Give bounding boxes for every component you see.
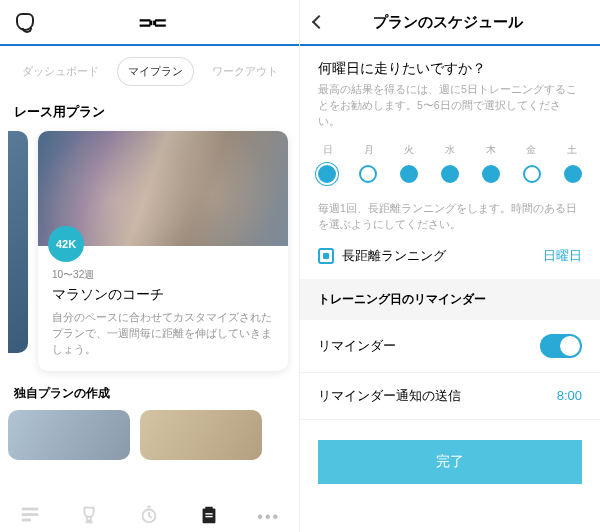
long-run-day[interactable]: 日曜日 [543,247,582,265]
svg-rect-0 [22,508,39,511]
day-toggle-fri[interactable] [523,165,541,183]
long-run-hint: 毎週1回、長距離ランニングをします。時間のある日を選ぶようにしてください。 [300,201,600,243]
notify-time[interactable]: 8:00 [557,388,582,403]
reminder-label: リマインダー [318,337,396,355]
nav-timer-icon[interactable] [138,504,160,526]
section-race-plans: レース用プラン [0,97,299,131]
day-toggle-thu[interactable] [482,165,500,183]
section-custom-plans: 独自プランの作成 [0,371,299,410]
notify-label: リマインダー通知の送信 [318,387,461,405]
day-toggle-tue[interactable] [400,165,418,183]
day-label: 火 [399,143,419,157]
day-label: 土 [562,143,582,157]
day-label: 木 [481,143,501,157]
reminder-section: トレーニング日のリマインダー [300,279,600,320]
question: 何曜日に走りたいですか？ [300,46,600,82]
day-toggle-sat[interactable] [564,165,582,183]
tab-dashboard[interactable]: ダッシュボード [12,58,109,85]
long-run-label: 長距離ランニング [342,247,535,265]
svg-rect-6 [205,513,212,514]
tab-myplan[interactable]: マイプラン [118,58,193,85]
nav-more-icon[interactable]: ••• [257,508,280,526]
nav-feed-icon[interactable] [19,504,41,526]
tab-workout[interactable]: ワークアウト [202,58,288,85]
custom-card-2[interactable] [140,410,262,460]
card-desc: 自分のペースに合わせてカスタマイズされたプランで、一週間毎に距離を伸ばしていきま… [52,310,274,357]
nav-plan-icon[interactable] [198,504,220,526]
svg-rect-5 [205,507,212,510]
day-toggle-mon[interactable] [359,165,377,183]
day-label: 金 [521,143,541,157]
prev-card-edge[interactable] [8,131,28,353]
svg-rect-1 [22,513,39,516]
distance-badge: 42K [48,226,84,262]
long-run-checkbox[interactable] [318,248,334,264]
question-hint: 最高の結果を得るには、週に5日トレーニングすることをお勧めします。5〜6日の間で… [300,82,600,143]
bottom-nav: ••• [0,488,299,532]
card-image: 42K [38,131,288,246]
card-weeks: 10〜32週 [52,268,274,282]
day-toggle-wed[interactable] [441,165,459,183]
custom-card-1[interactable] [8,410,130,460]
day-label: 日 [318,143,338,157]
plan-card[interactable]: 42K 10〜32週 マラソンのコーチ 自分のペースに合わせてカスタマイズされた… [38,131,288,371]
bell-icon[interactable] [16,13,34,31]
day-toggle-sun[interactable] [318,165,336,183]
ua-logo: ⫗ [136,9,163,35]
reminder-toggle[interactable] [540,334,582,358]
day-label: 月 [359,143,379,157]
svg-rect-2 [22,519,31,522]
card-title: マラソンのコーチ [52,286,274,304]
tabs: ダッシュボード マイプラン ワークアウト [0,46,299,97]
day-label: 水 [440,143,460,157]
page-title: プランのスケジュール [310,13,586,32]
done-button[interactable]: 完了 [318,440,582,484]
svg-rect-7 [205,516,212,517]
nav-trophy-icon[interactable] [78,504,100,526]
